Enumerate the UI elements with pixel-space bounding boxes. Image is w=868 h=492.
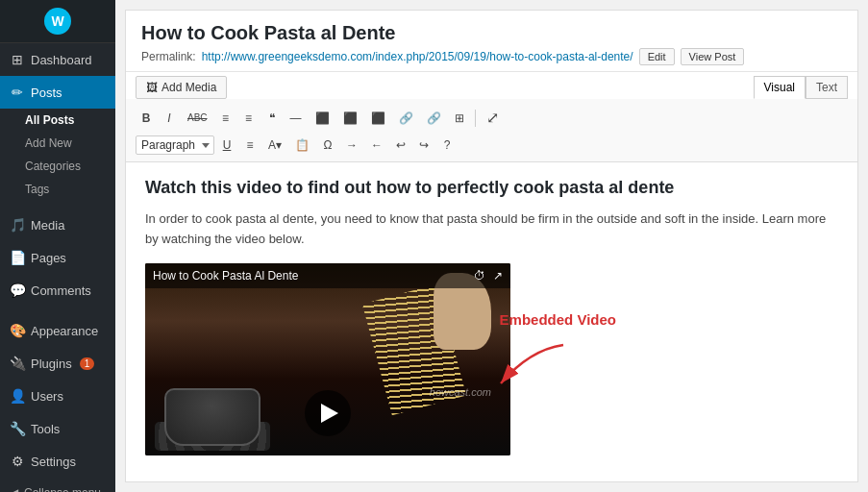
media-icon: 🎵 <box>10 217 25 233</box>
clock-icon: ⏱ <box>474 269 485 283</box>
sidebar-item-label: Posts <box>31 86 62 100</box>
sidebar-item-label: Users <box>31 389 63 404</box>
paragraph-select[interactable]: Paragraph <box>136 135 214 155</box>
collapse-label: Collapse menu <box>24 486 101 492</box>
embedded-video[interactable]: How to Cook Pasta Al Dente ⏱ ↗ howcast.c… <box>145 263 510 455</box>
sidebar-item-appearance[interactable]: 🎨 Appearance <box>0 314 115 347</box>
editor-top-toolbar: 🖼 Add Media Visual Text <box>126 72 857 99</box>
toolbar-insert[interactable]: ⊞ <box>449 108 470 129</box>
sidebar-item-label: Dashboard <box>31 53 92 67</box>
toolbar-strikethrough[interactable]: ABC <box>182 109 213 127</box>
pot-visual <box>164 388 260 446</box>
collapse-menu[interactable]: ◀ Collapse menu <box>0 478 115 492</box>
plugins-icon: 🔌 <box>10 356 25 371</box>
toolbar-sep <box>475 110 476 127</box>
editor-paragraph: In order to cook pasta al dente, you nee… <box>145 209 838 250</box>
toolbar-special-chars[interactable]: Ω <box>317 135 338 156</box>
share-icon: ↗ <box>493 269 503 283</box>
editor-body[interactable]: Watch this video to find out how to perf… <box>126 162 857 481</box>
sidebar-item-label: Appearance <box>31 324 98 338</box>
wp-logo: W <box>0 0 115 43</box>
sidebar-item-tools[interactable]: 🔧 Tools <box>0 412 115 445</box>
embedded-video-label: Embedded Video <box>500 311 616 328</box>
toolbar-row-2: Paragraph U ≡ A▾ 📋 Ω → ← ↩ ↪ ? <box>136 135 848 156</box>
posts-icon: ✏ <box>10 85 25 100</box>
toolbar-hr[interactable]: — <box>285 108 308 129</box>
toolbar-fullscreen[interactable]: ⤢ <box>481 105 505 131</box>
comments-icon: 💬 <box>10 283 25 298</box>
sidebar-item-settings[interactable]: ⚙ Settings <box>0 445 115 478</box>
toolbar-outdent[interactable]: ← <box>365 135 388 156</box>
add-media-button[interactable]: 🖼 Add Media <box>136 76 227 99</box>
permalink-label: Permalink: <box>141 50 196 63</box>
toolbar-ul[interactable]: ≡ <box>215 108 236 129</box>
sidebar-item-dashboard[interactable]: ⊞ Dashboard <box>0 43 115 76</box>
sidebar-item-posts[interactable]: ✏ Posts <box>0 76 115 109</box>
permalink-url[interactable]: http://www.greengeeksdemo.com/index.php/… <box>202 50 633 63</box>
toolbar-align-center[interactable]: ⬛ <box>337 108 363 129</box>
toolbar-indent[interactable]: → <box>340 135 363 156</box>
sidebar-item-plugins[interactable]: 🔌 Plugins 1 <box>0 347 115 380</box>
appearance-icon: 🎨 <box>10 323 25 338</box>
users-icon: 👤 <box>10 388 25 404</box>
video-watermark: howcast.com <box>430 386 491 398</box>
editor-toolbar: B I ABC ≡ ≡ ❝ — ⬛ ⬛ ⬛ 🔗 🔗 ⊞ ⤢ Paragraph <box>126 99 857 162</box>
video-title-bar: How to Cook Pasta Al Dente ⏱ ↗ <box>145 263 510 288</box>
toolbar-color[interactable]: A▾ <box>262 135 287 156</box>
add-media-icon: 🖼 <box>146 81 158 94</box>
sidebar: W ⊞ Dashboard ✏ Posts All Posts Add New … <box>0 0 115 492</box>
collapse-icon: ◀ <box>10 486 18 492</box>
sidebar-item-users[interactable]: 👤 Users <box>0 380 115 412</box>
view-post-button[interactable]: View Post <box>681 48 745 65</box>
toolbar-undo[interactable]: ↩ <box>390 135 411 156</box>
edit-permalink-button[interactable]: Edit <box>639 48 675 65</box>
toolbar-paste-word[interactable]: 📋 <box>289 135 315 156</box>
toolbar-unlink[interactable]: 🔗 <box>421 108 447 129</box>
sidebar-item-pages[interactable]: 📄 Pages <box>0 241 115 274</box>
tab-text[interactable]: Text <box>806 76 848 99</box>
toolbar-italic[interactable]: I <box>159 108 180 129</box>
toolbar-help[interactable]: ? <box>436 135 458 156</box>
sidebar-item-media[interactable]: 🎵 Media <box>0 209 115 241</box>
editor-heading: Watch this video to find out how to perf… <box>145 178 838 198</box>
visual-text-tabs: Visual Text <box>754 76 848 99</box>
sidebar-item-label: Tools <box>31 422 60 436</box>
settings-icon: ⚙ <box>10 454 25 469</box>
toolbar-bold[interactable]: B <box>136 108 157 129</box>
post-title-bar: How to Cook Pasta al Dente Permalink: ht… <box>126 11 857 72</box>
toolbar-justify[interactable]: ≡ <box>239 135 260 156</box>
sidebar-item-label: Comments <box>31 283 91 298</box>
embedded-arrow <box>491 340 568 398</box>
toolbar-link[interactable]: 🔗 <box>393 108 419 129</box>
editor-wrap: How to Cook Pasta al Dente Permalink: ht… <box>125 10 858 482</box>
video-title: How to Cook Pasta Al Dente <box>153 269 298 283</box>
video-area-wrap: How to Cook Pasta Al Dente ⏱ ↗ howcast.c… <box>145 263 510 455</box>
video-icons: ⏱ ↗ <box>474 269 503 283</box>
toolbar-blockquote[interactable]: ❝ <box>261 108 283 129</box>
sidebar-sub-tags[interactable]: Tags <box>0 178 115 201</box>
tools-icon: 🔧 <box>10 421 25 436</box>
plugins-badge: 1 <box>80 357 95 370</box>
post-title: How to Cook Pasta al Dente <box>141 22 842 44</box>
add-media-label: Add Media <box>161 81 216 94</box>
sidebar-item-label: Pages <box>31 251 66 265</box>
sidebar-sub-categories[interactable]: Categories <box>0 155 115 178</box>
toolbar-redo[interactable]: ↪ <box>413 135 434 156</box>
sidebar-item-label: Settings <box>31 455 76 469</box>
dashboard-icon: ⊞ <box>10 52 25 67</box>
toolbar-align-left[interactable]: ⬛ <box>310 108 335 129</box>
sidebar-item-label: Media <box>31 218 64 233</box>
sidebar-sub-add-new[interactable]: Add New <box>0 132 115 155</box>
permalink-bar: Permalink: http://www.greengeeksdemo.com… <box>141 48 842 65</box>
toolbar-underline[interactable]: U <box>216 135 237 156</box>
sidebar-item-label: Plugins <box>31 357 72 371</box>
main-content: How to Cook Pasta al Dente Permalink: ht… <box>115 0 868 492</box>
wp-logo-icon: W <box>44 8 71 35</box>
sidebar-sub-all-posts[interactable]: All Posts <box>0 109 115 132</box>
toolbar-align-right[interactable]: ⬛ <box>365 108 391 129</box>
sidebar-item-comments[interactable]: 💬 Comments <box>0 274 115 307</box>
play-button[interactable] <box>305 390 351 436</box>
toolbar-ol[interactable]: ≡ <box>238 108 260 129</box>
toolbar-row-1: B I ABC ≡ ≡ ❝ — ⬛ ⬛ ⬛ 🔗 🔗 ⊞ ⤢ <box>136 105 848 131</box>
tab-visual[interactable]: Visual <box>754 76 806 99</box>
